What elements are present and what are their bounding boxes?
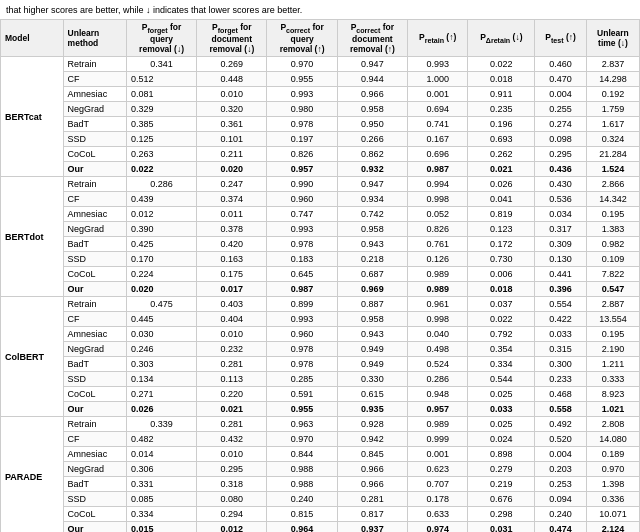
- data-cell: 0.554: [535, 297, 587, 312]
- data-cell: 0.747: [267, 207, 337, 222]
- data-cell: 0.949: [337, 342, 407, 357]
- data-cell: 0.994: [408, 177, 468, 192]
- data-cell: 0.524: [408, 357, 468, 372]
- table-row: BERTdotRetrain0.2860.2470.9900.9470.9940…: [1, 177, 640, 192]
- data-cell: 0.004: [535, 447, 587, 462]
- data-cell: 0.955: [267, 72, 337, 87]
- data-cell: 0.436: [535, 162, 587, 177]
- data-cell: 1.759: [586, 102, 639, 117]
- data-cell: 14.080: [586, 432, 639, 447]
- method-label: Amnesiac: [63, 327, 126, 342]
- data-cell: 0.134: [126, 372, 196, 387]
- data-cell: 0.993: [267, 312, 337, 327]
- table-row: CF0.5120.4480.9550.9441.0000.0180.47014.…: [1, 72, 640, 87]
- data-cell: 0.492: [535, 417, 587, 432]
- table-row: BadT0.3850.3610.9780.9500.7410.1960.2741…: [1, 117, 640, 132]
- data-cell: 0.730: [468, 252, 535, 267]
- data-cell: 0.963: [267, 417, 337, 432]
- data-cell: 0.403: [197, 297, 267, 312]
- data-cell: 0.615: [337, 387, 407, 402]
- data-cell: 0.113: [197, 372, 267, 387]
- data-cell: 0.998: [408, 192, 468, 207]
- table-row: Our0.0220.0200.9570.9320.9870.0210.4361.…: [1, 162, 640, 177]
- data-cell: 0.033: [535, 327, 587, 342]
- col-pdeltaretain: PΔretain (↓): [468, 19, 535, 57]
- data-cell: 0.396: [535, 282, 587, 297]
- method-label: Retrain: [63, 57, 126, 72]
- data-cell: 0.978: [267, 357, 337, 372]
- data-cell: 0.960: [267, 327, 337, 342]
- data-cell: 0.253: [535, 477, 587, 492]
- data-cell: 0.269: [197, 57, 267, 72]
- data-cell: 0.887: [337, 297, 407, 312]
- data-cell: 1.617: [586, 117, 639, 132]
- data-cell: 0.195: [586, 207, 639, 222]
- table-row: NegGrad0.3900.3780.9930.9580.8260.1230.3…: [1, 222, 640, 237]
- data-cell: 0.792: [468, 327, 535, 342]
- method-label: NegGrad: [63, 222, 126, 237]
- data-cell: 0.240: [535, 507, 587, 522]
- data-cell: 0.432: [197, 432, 267, 447]
- method-label: NegGrad: [63, 342, 126, 357]
- data-cell: 0.021: [468, 162, 535, 177]
- data-cell: 0.385: [126, 117, 196, 132]
- data-cell: 0.687: [337, 267, 407, 282]
- data-cell: 0.196: [468, 117, 535, 132]
- data-cell: 0.101: [197, 132, 267, 147]
- table-row: SSD0.1700.1630.1830.2180.1260.7300.1300.…: [1, 252, 640, 267]
- data-cell: 0.211: [197, 147, 267, 162]
- table-row: Our0.0200.0170.9870.9690.9890.0180.3960.…: [1, 282, 640, 297]
- data-cell: 0.988: [267, 462, 337, 477]
- col-pcorrect-query: Pcorrect forqueryremoval (↑): [267, 19, 337, 57]
- method-label: NegGrad: [63, 462, 126, 477]
- data-cell: 0.012: [197, 522, 267, 532]
- data-cell: 0.944: [337, 72, 407, 87]
- data-cell: 0.932: [337, 162, 407, 177]
- data-cell: 0.361: [197, 117, 267, 132]
- data-cell: 0.544: [468, 372, 535, 387]
- data-cell: 0.741: [408, 117, 468, 132]
- method-label: BadT: [63, 477, 126, 492]
- table-header-row: Model Unlearnmethod Pforget forqueryremo…: [1, 19, 640, 57]
- data-cell: 0.126: [408, 252, 468, 267]
- data-cell: 0.331: [126, 477, 196, 492]
- data-cell: 0.942: [337, 432, 407, 447]
- data-cell: 14.342: [586, 192, 639, 207]
- table-row: Our0.0260.0210.9550.9350.9570.0330.5581.…: [1, 402, 640, 417]
- data-cell: 0.098: [535, 132, 587, 147]
- table-caption: that higher scores are better, while ↓ i…: [0, 0, 640, 19]
- data-cell: 0.969: [337, 282, 407, 297]
- data-cell: 0.295: [197, 462, 267, 477]
- data-cell: 0.468: [535, 387, 587, 402]
- data-cell: 0.354: [468, 342, 535, 357]
- data-cell: 8.923: [586, 387, 639, 402]
- data-cell: 0.220: [197, 387, 267, 402]
- data-cell: 0.374: [197, 192, 267, 207]
- data-cell: 0.015: [126, 522, 196, 532]
- data-cell: 0.167: [408, 132, 468, 147]
- table-row: ColBERTRetrain0.4750.4030.8990.8870.9610…: [1, 297, 640, 312]
- method-label: SSD: [63, 492, 126, 507]
- data-cell: 0.899: [267, 297, 337, 312]
- data-cell: 0.966: [337, 462, 407, 477]
- data-cell: 0.235: [468, 102, 535, 117]
- data-cell: 0.315: [535, 342, 587, 357]
- data-cell: 0.040: [408, 327, 468, 342]
- data-cell: 0.943: [337, 327, 407, 342]
- data-cell: 0.817: [337, 507, 407, 522]
- data-cell: 2.124: [586, 522, 639, 532]
- data-cell: 0.498: [408, 342, 468, 357]
- data-cell: 0.430: [535, 177, 587, 192]
- table-row: SSD0.1250.1010.1970.2660.1670.6930.0980.…: [1, 132, 640, 147]
- data-cell: 0.232: [197, 342, 267, 357]
- data-cell: 0.014: [126, 447, 196, 462]
- data-cell: 0.334: [126, 507, 196, 522]
- data-cell: 0.306: [126, 462, 196, 477]
- table-row: SSD0.0850.0800.2400.2810.1780.6760.0940.…: [1, 492, 640, 507]
- data-cell: 0.266: [337, 132, 407, 147]
- data-cell: 0.192: [586, 87, 639, 102]
- data-cell: 0.300: [535, 357, 587, 372]
- data-cell: 0.109: [586, 252, 639, 267]
- data-cell: 0.645: [267, 267, 337, 282]
- data-cell: 0.025: [468, 417, 535, 432]
